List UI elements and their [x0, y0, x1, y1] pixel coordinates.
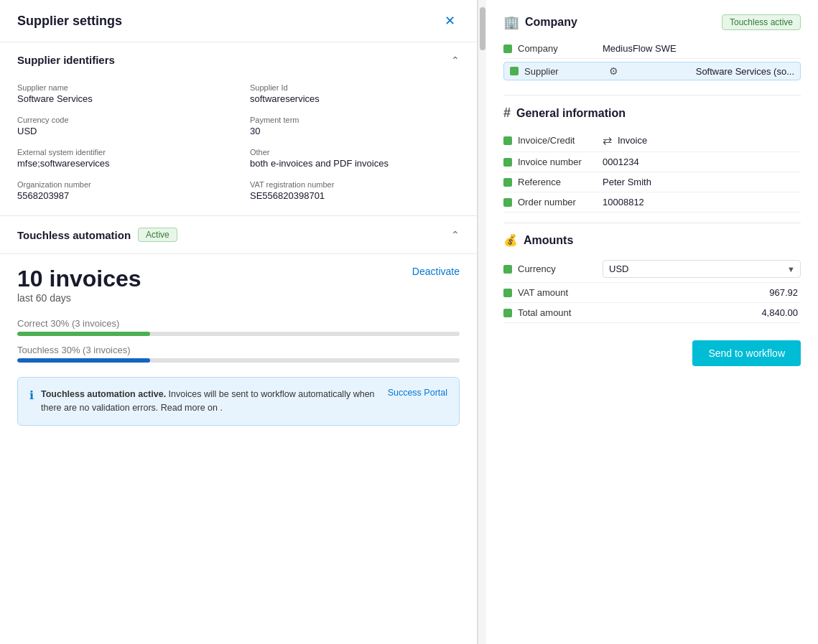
invoice-days: last 60 days	[17, 292, 141, 304]
supplier-identifiers-header[interactable]: Supplier identifiers ⌃	[0, 42, 477, 78]
company-section-title: 🏢 Company	[503, 14, 577, 30]
amounts-title: 💰 Amounts	[503, 233, 801, 247]
touchless-label-text: Touchless	[17, 345, 59, 355]
company-label: Company	[518, 43, 597, 54]
general-info-title-text: General information	[516, 107, 626, 120]
field-value-currency-code: USD	[17, 126, 227, 136]
touchless-progress-fill	[17, 358, 150, 363]
field-label-other: Other	[250, 148, 460, 157]
vat-amount-row: VAT amount 967.92	[503, 283, 801, 303]
total-amount-label: Total amount	[518, 307, 597, 318]
touchless-label: Touchless 30% (3 invoices)	[17, 345, 460, 355]
field-value-external-system: mfse;softwareservices	[17, 158, 227, 169]
general-info-title: # General information	[503, 106, 801, 121]
touchless-automation-header[interactable]: Touchless automation Active ⌃	[0, 216, 477, 254]
field-value-org-number: 5568203987	[17, 190, 227, 201]
info-bold-text: Touchless automation active.	[41, 389, 166, 399]
touchless-active-badge: Active	[138, 228, 177, 242]
currency-label: Currency	[518, 263, 597, 274]
total-amount-value: 4,840.00	[603, 307, 801, 318]
success-portal-link[interactable]: Success Portal	[388, 388, 447, 398]
field-vat-reg: VAT registration number SE556820398701	[250, 180, 460, 201]
panel-title: Supplier settings	[17, 14, 122, 29]
correct-progress-fill	[17, 332, 150, 336]
field-external-system: External system identifier mfse;software…	[17, 148, 227, 169]
touchless-count-val: (3 invoices)	[83, 345, 130, 355]
invoice-header-row: 10 invoices last 60 days Deactivate	[17, 266, 460, 315]
supplier-identifiers-title: Supplier identifiers	[17, 54, 115, 66]
correct-label-text: Correct	[17, 318, 48, 329]
order-number-dot	[503, 198, 512, 207]
vat-amount-label: VAT amount	[518, 287, 597, 298]
general-info-section: # General information Invoice/Credit ⇄ I…	[503, 106, 801, 213]
amounts-section: 💰 Amounts Currency USD EUR SEK GBP ▼ VAT…	[503, 233, 801, 323]
deactivate-button[interactable]: Deactivate	[412, 266, 460, 277]
panel-header: Supplier settings ✕	[0, 0, 477, 42]
correct-count-val: (3 invoices)	[72, 318, 119, 329]
order-number-label: Order number	[518, 197, 597, 207]
invoice-credit-value: Invoice	[618, 135, 801, 146]
vat-amount-value: 967.92	[603, 287, 801, 298]
supplier-identifiers-section: Supplier identifiers ⌃ Supplier name Sof…	[0, 42, 477, 216]
field-value-payment-term: 30	[250, 126, 460, 136]
field-supplier-id: Supplier Id softwareservices	[250, 83, 460, 104]
reference-dot	[503, 178, 512, 187]
correct-percent-val: 30%	[50, 318, 69, 329]
gear-icon[interactable]: ⚙	[609, 65, 618, 77]
send-to-workflow-button[interactable]: Send to workflow	[692, 340, 801, 366]
supplier-identifiers-content: Supplier name Software Services Supplier…	[0, 78, 477, 215]
touchless-percent-val: 30%	[61, 345, 80, 355]
invoice-number-value: 0001234	[603, 157, 801, 167]
currency-select-wrapper: USD EUR SEK GBP ▼	[603, 260, 801, 278]
info-text-block: Touchless automation active. Invoices wi…	[41, 388, 382, 415]
field-value-supplier-name: Software Services	[17, 93, 227, 104]
divider-2	[503, 223, 801, 223]
touchless-progress-track	[17, 358, 460, 363]
field-value-supplier-id: softwareservices	[250, 93, 460, 104]
field-label-supplier-name: Supplier name	[17, 83, 227, 92]
supplier-row: Supplier ⚙ Software Services (so...	[503, 62, 801, 80]
touchless-progress-section: Touchless 30% (3 invoices)	[17, 345, 460, 363]
field-supplier-name: Supplier name Software Services	[17, 83, 227, 104]
close-button[interactable]: ✕	[440, 13, 460, 29]
invoice-credit-row: Invoice/Credit ⇄ Invoice	[503, 129, 801, 152]
touchless-automation-section: Touchless automation Active ⌃ 10 invoice…	[0, 216, 477, 644]
info-box: ℹ Touchless automation active. Invoices …	[17, 377, 460, 426]
vat-amount-dot	[503, 289, 512, 297]
company-row: Company MediusFlow SWE	[503, 39, 801, 59]
order-number-value: 10008812	[603, 197, 801, 207]
touchless-automation-title: Touchless automation	[17, 229, 131, 241]
correct-progress-section: Correct 30% (3 invoices)	[17, 318, 460, 336]
invoice-credit-label: Invoice/Credit	[518, 135, 597, 146]
company-green-dot	[503, 45, 512, 53]
company-section-title-row: 🏢 Company Touchless active	[503, 14, 801, 30]
field-label-supplier-id: Supplier Id	[250, 83, 460, 92]
fields-grid: Supplier name Software Services Supplier…	[17, 83, 460, 201]
currency-select[interactable]: USD EUR SEK GBP	[603, 260, 801, 278]
invoice-count-block: 10 invoices last 60 days	[17, 266, 141, 315]
invoice-number-label: Invoice number	[518, 157, 597, 167]
field-other: Other both e-invoices and PDF invoices	[250, 148, 460, 169]
chevron-up-icon: ⌃	[451, 55, 460, 66]
field-label-org-number: Organization number	[17, 180, 227, 189]
order-number-row: Order number 10008812	[503, 192, 801, 213]
field-value-other: both e-invoices and PDF invoices	[250, 158, 460, 169]
correct-label: Correct 30% (3 invoices)	[17, 318, 460, 329]
company-title-text: Company	[525, 16, 577, 29]
field-label-vat-reg: VAT registration number	[250, 180, 460, 189]
field-payment-term: Payment term 30	[250, 116, 460, 136]
hash-icon: #	[503, 106, 511, 121]
reference-label: Reference	[518, 177, 597, 187]
correct-progress-track	[17, 332, 460, 336]
supplier-green-dot	[510, 67, 519, 75]
touchless-active-status-badge: Touchless active	[722, 14, 801, 30]
touchless-chevron-up-icon: ⌃	[451, 229, 460, 241]
building-icon: 🏢	[503, 14, 519, 30]
supplier-label: Supplier	[524, 66, 603, 77]
supplier-value: Software Services (so...	[624, 66, 794, 77]
scrollbar-track[interactable]	[478, 0, 486, 644]
scrollbar-thumb[interactable]	[480, 7, 485, 50]
left-panel: Supplier settings ✕ Supplier identifiers…	[0, 0, 478, 644]
field-label-payment-term: Payment term	[250, 116, 460, 124]
touchless-content: 10 invoices last 60 days Deactivate Corr…	[0, 254, 477, 437]
